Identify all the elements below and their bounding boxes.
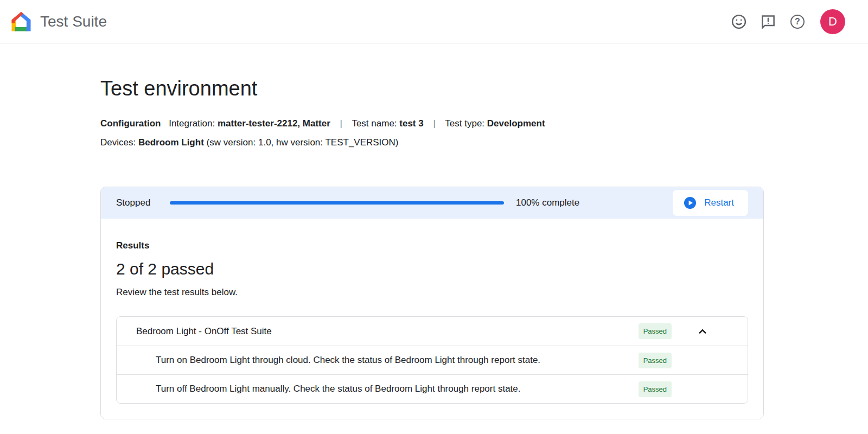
configuration-line-1: Configuration Integration: matter-tester… <box>100 114 764 133</box>
test-case-status-badge: Passed <box>639 381 672 397</box>
configuration-line-2: Devices: Bedroom Light (sw version: 1.0,… <box>100 133 764 152</box>
play-icon <box>684 196 697 209</box>
help-button[interactable]: ? <box>787 11 808 33</box>
header-actions: ? D <box>728 9 845 34</box>
progress-section: Stopped 100% complete Restart <box>101 187 763 219</box>
results-table: Bedroom Light - OnOff Test Suite Passed … <box>116 316 748 404</box>
main-content: Test environment Configuration Integrati… <box>100 76 764 419</box>
separator: | <box>340 118 342 129</box>
configuration-summary: Configuration Integration: matter-tester… <box>100 114 764 152</box>
feedback-bubble-icon <box>760 14 776 30</box>
collapse-toggle[interactable] <box>672 324 748 339</box>
progress-track <box>170 201 504 205</box>
restart-button-label: Restart <box>704 197 734 208</box>
test-case-status-badge: Passed <box>639 353 672 368</box>
test-type-value: Development <box>487 118 545 129</box>
app-header: Test Suite ? D <box>0 0 868 43</box>
smiley-icon <box>731 14 747 30</box>
devices-label: Devices: <box>100 137 136 148</box>
suite-name: Bedroom Light - OnOff Test Suite <box>136 326 639 337</box>
restart-button[interactable]: Restart <box>673 190 748 216</box>
test-case-description: Turn on Bedroom Light through cloud. Che… <box>156 355 639 366</box>
progress-fill <box>170 201 504 205</box>
integration-value: matter-tester-2212, Matter <box>218 118 330 129</box>
help-icon: ? <box>790 15 805 29</box>
chevron-up-icon <box>695 324 710 339</box>
test-type-label: Test type: <box>445 118 484 129</box>
results-heading: Results <box>116 240 748 251</box>
test-case-row: Turn on Bedroom Light through cloud. Che… <box>117 346 748 374</box>
progress-percent-label: 100% complete <box>516 197 579 208</box>
avatar[interactable]: D <box>820 9 845 34</box>
avatar-letter: D <box>828 15 837 29</box>
page-title: Test environment <box>100 76 764 101</box>
satisfaction-survey-button[interactable] <box>728 11 750 33</box>
separator: | <box>433 118 435 129</box>
brand[interactable]: Test Suite <box>10 10 107 33</box>
test-case-row: Turn off Bedroom Light manually. Check t… <box>117 374 748 403</box>
test-run-card: Stopped 100% complete Restart Results 2 … <box>100 187 764 419</box>
suite-row[interactable]: Bedroom Light - OnOff Test Suite Passed <box>117 317 748 346</box>
suite-status-badge: Passed <box>639 323 672 339</box>
results-description: Review the test results below. <box>116 287 748 298</box>
send-feedback-button[interactable] <box>757 11 779 33</box>
results-summary: 2 of 2 passed <box>116 260 748 278</box>
google-home-logo <box>10 10 33 33</box>
test-name-label: Test name: <box>352 118 397 129</box>
configuration-label: Configuration <box>100 118 161 129</box>
integration-label: Integration: <box>169 118 215 129</box>
devices-detail: (sw version: 1.0, hw version: TEST_VERSI… <box>207 137 399 148</box>
test-case-description: Turn off Bedroom Light manually. Check t… <box>156 384 639 394</box>
results-section: Results 2 of 2 passed Review the test re… <box>101 219 763 419</box>
devices-value: Bedroom Light <box>138 137 204 148</box>
run-status-label: Stopped <box>116 197 158 208</box>
app-title: Test Suite <box>40 13 107 30</box>
test-name-value: test 3 <box>399 118 423 129</box>
